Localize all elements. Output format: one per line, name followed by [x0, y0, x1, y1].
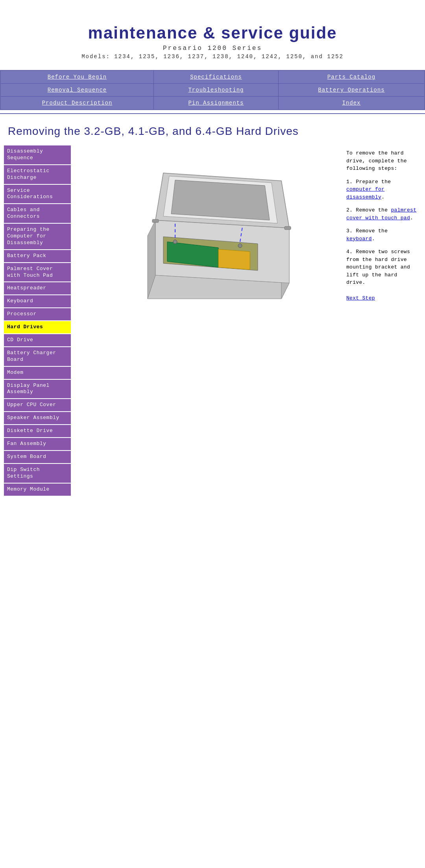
- sidebar-item[interactable]: Heatspreader: [4, 282, 71, 294]
- svg-rect-21: [285, 226, 291, 230]
- step-link[interactable]: keyboard: [346, 236, 372, 242]
- instructions-intro: To remove the hard drive, complete the f…: [346, 149, 417, 173]
- nav-item[interactable]: Removal Sequence: [0, 84, 154, 97]
- sidebar-item[interactable]: Preparing the Computer for Disassembly: [4, 224, 71, 249]
- page-main-title: maintenance & service guide: [8, 24, 417, 42]
- step-link[interactable]: computer for disassembly: [346, 186, 384, 200]
- sidebar-item[interactable]: Hard Drives: [4, 321, 71, 333]
- sidebar: Disassembly SequenceElectrostatic Discha…: [4, 145, 71, 496]
- nav-item[interactable]: Index: [278, 97, 425, 110]
- sidebar-item[interactable]: CD Drive: [4, 334, 71, 346]
- svg-rect-20: [152, 219, 159, 223]
- step-number: 2.: [346, 207, 356, 213]
- sidebar-item[interactable]: Service Considerations: [4, 185, 71, 204]
- nav-item[interactable]: Specifications: [154, 70, 279, 84]
- sidebar-item[interactable]: Dip Switch Settings: [4, 464, 71, 483]
- sidebar-item[interactable]: Diskette Drive: [4, 425, 71, 437]
- instruction-step-2: 2. Remove the palmrest cover with touch …: [346, 206, 417, 222]
- page-title: Removing the 3.2-GB, 4.1-GB, and 6.4-GB …: [0, 117, 425, 142]
- header: maintenance & service guide Presario 120…: [0, 0, 425, 64]
- sidebar-item[interactable]: Electrostatic Discharge: [4, 165, 71, 184]
- sidebar-item[interactable]: Battery Pack: [4, 250, 71, 262]
- sidebar-item[interactable]: Speaker Assembly: [4, 412, 71, 424]
- nav-item[interactable]: Battery Operations: [278, 84, 425, 97]
- nav-link[interactable]: Specifications: [190, 74, 242, 80]
- nav-link[interactable]: Pin Assignments: [188, 100, 244, 106]
- right-panel: To remove the hard drive, complete the f…: [342, 145, 421, 496]
- next-step-link[interactable]: Next Step: [346, 295, 375, 301]
- laptop-illustration: [116, 149, 297, 354]
- sidebar-item[interactable]: Processor: [4, 308, 71, 320]
- nav-link[interactable]: Removal Sequence: [48, 87, 107, 93]
- nav-item[interactable]: Pin Assignments: [154, 97, 279, 110]
- step-number: 1.: [346, 179, 356, 185]
- instruction-step-4: 4. Remove two screws from the hard drive…: [346, 248, 417, 287]
- nav-link[interactable]: Product Description: [42, 100, 113, 106]
- nav-link[interactable]: Troubleshooting: [188, 87, 244, 93]
- nav-item[interactable]: Product Description: [0, 97, 154, 110]
- nav-link[interactable]: Parts Catalog: [327, 74, 375, 80]
- sidebar-item[interactable]: Cables and Connectors: [4, 204, 71, 223]
- main-content: Disassembly SequenceElectrostatic Discha…: [0, 142, 425, 508]
- svg-point-7: [173, 240, 177, 244]
- nav-item[interactable]: Parts Catalog: [278, 70, 425, 84]
- sidebar-item[interactable]: Palmrest Cover with Touch Pad: [4, 263, 71, 282]
- sidebar-item[interactable]: Memory Module: [4, 484, 71, 496]
- step-link[interactable]: palmrest cover with touch pad: [346, 207, 416, 221]
- sidebar-item[interactable]: Fan Assembly: [4, 438, 71, 450]
- sidebar-item[interactable]: System Board: [4, 451, 71, 463]
- step-number: 3.: [346, 228, 356, 234]
- instruction-step-1: 1. Prepare the computer for disassembly.: [346, 178, 417, 201]
- svg-marker-6: [218, 249, 250, 270]
- divider: [0, 113, 425, 114]
- nav-table: Before You BeginSpecificationsParts Cata…: [0, 70, 425, 110]
- svg-point-8: [238, 244, 242, 248]
- nav-link[interactable]: Index: [342, 100, 360, 106]
- sidebar-item[interactable]: Modem: [4, 367, 71, 379]
- step-number: 4.: [346, 249, 356, 255]
- model-numbers: Models: 1234, 1235, 1236, 1237, 1238, 12…: [8, 53, 417, 60]
- sidebar-item[interactable]: Keyboard: [4, 295, 71, 307]
- sidebar-item[interactable]: Upper CPU Cover: [4, 399, 71, 411]
- sidebar-item[interactable]: Battery Charger Board: [4, 347, 71, 366]
- model-series: Presario 1200 Series: [8, 45, 417, 52]
- sidebar-item[interactable]: Disassembly Sequence: [4, 145, 71, 164]
- svg-marker-19: [171, 180, 270, 220]
- instruction-step-3: 3. Remove the keyboard.: [346, 227, 417, 243]
- nav-item[interactable]: Troubleshooting: [154, 84, 279, 97]
- nav-link[interactable]: Before You Begin: [48, 74, 107, 80]
- nav-item[interactable]: Before You Begin: [0, 70, 154, 84]
- nav-link[interactable]: Battery Operations: [318, 87, 384, 93]
- center-image: [71, 145, 342, 496]
- sidebar-item[interactable]: Display Panel Assembly: [4, 380, 71, 399]
